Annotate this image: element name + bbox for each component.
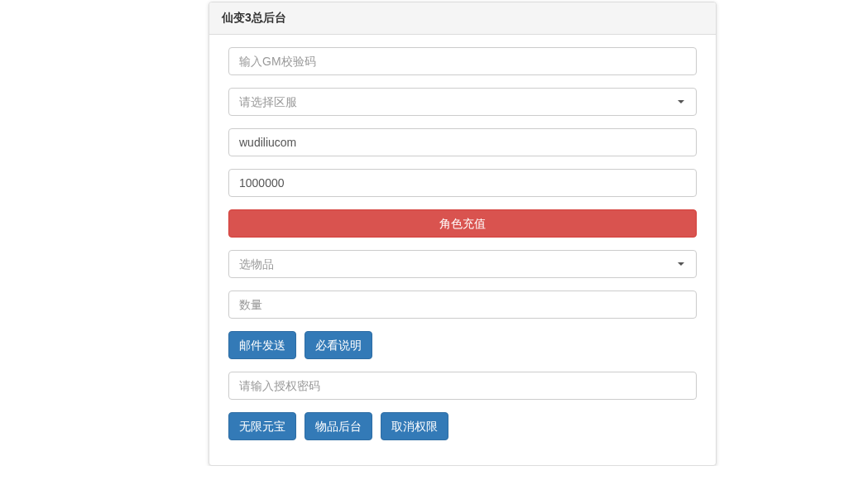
mail-send-button[interactable]: 邮件发送 xyxy=(228,331,296,359)
chevron-down-icon xyxy=(678,100,684,103)
server-select[interactable]: 请选择区服 xyxy=(228,88,697,116)
panel-title: 仙变3总后台 xyxy=(209,2,716,35)
item-select[interactable]: 选物品 xyxy=(228,250,697,278)
item-select-placeholder: 选物品 xyxy=(239,256,274,272)
chevron-down-icon xyxy=(678,262,684,266)
auth-password-input[interactable] xyxy=(228,372,697,400)
quantity-input[interactable] xyxy=(228,291,697,319)
must-read-button[interactable]: 必看说明 xyxy=(305,331,372,359)
cancel-permission-button[interactable]: 取消权限 xyxy=(381,412,448,440)
unlimited-yuanbao-button[interactable]: 无限元宝 xyxy=(228,412,296,440)
gm-code-input[interactable] xyxy=(228,47,697,75)
item-backend-button[interactable]: 物品后台 xyxy=(305,412,372,440)
amount-input[interactable] xyxy=(228,169,697,197)
panel-body: 请选择区服 角色充值 选物品 邮件发送 必看说明 xyxy=(209,35,716,465)
username-input[interactable] xyxy=(228,128,697,156)
recharge-button[interactable]: 角色充值 xyxy=(228,209,697,238)
admin-panel: 仙变3总后台 请选择区服 角色充值 选物品 xyxy=(209,2,717,466)
server-select-placeholder: 请选择区服 xyxy=(239,94,297,110)
